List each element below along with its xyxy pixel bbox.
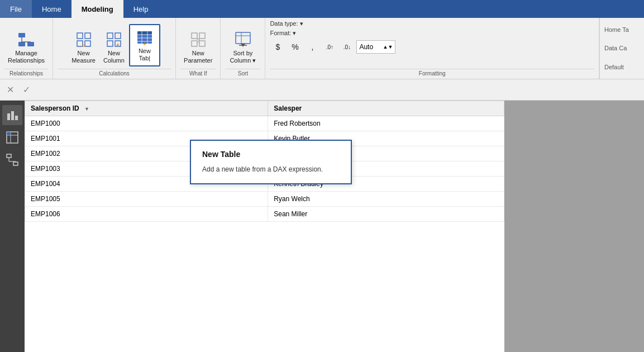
formula-confirm-button[interactable]: ✓: [21, 84, 32, 95]
sidebar-icon-barchart[interactable]: [2, 105, 22, 125]
right-panel: [504, 101, 644, 352]
table-row: EMP1000 Fred Robertson: [25, 116, 504, 131]
default-label: Default: [604, 64, 640, 70]
home-table-label: Home Ta: [604, 26, 640, 33]
sort-by-column-button[interactable]: Sort byColumn ▾: [226, 28, 259, 66]
svg-rect-6: [85, 33, 90, 39]
table-area: Salesperson ID ▼ Salesper EMP1000 Fred R…: [25, 101, 504, 352]
decimal-down-icon: .0↓: [340, 40, 354, 54]
format-label: Format: ▾: [270, 30, 309, 37]
svg-rect-39: [7, 132, 11, 135]
decimal-up-icon: .0↑: [323, 40, 336, 54]
ribbon-tabs: File Home Modeling Help: [0, 0, 644, 18]
manage-relationships-button[interactable]: ManageRelationships: [4, 28, 48, 66]
ribbon-group-relationships: ManageRelationships Relationships: [0, 18, 53, 79]
svg-rect-41: [13, 162, 18, 165]
svg-text:+: +: [116, 42, 120, 48]
data-type-row: Data type: ▾: [270, 20, 594, 27]
percent-icon: %: [288, 40, 302, 54]
format-controls-row: $ % , .0↑ .0↓ Auto ▲▼: [270, 39, 594, 55]
col-header-salesperson[interactable]: Salesper: [268, 101, 504, 116]
auto-dropdown[interactable]: Auto ▲▼: [356, 40, 395, 54]
tooltip-description: Add a new table from a DAX expression.: [202, 164, 340, 174]
cell-id: EMP1006: [25, 207, 268, 222]
new-measure-button[interactable]: fx NewMeasure: [68, 28, 99, 66]
svg-rect-35: [15, 116, 18, 120]
svg-rect-10: [107, 33, 113, 39]
whatif-buttons: ? NewParameter: [180, 20, 216, 68]
formula-input[interactable]: [37, 85, 640, 94]
col-header-salesperson-id[interactable]: Salesperson ID ▼: [25, 101, 268, 116]
new-table-icon: +: [136, 28, 154, 46]
new-parameter-label: NewParameter: [184, 50, 212, 64]
data-type-label: Data type: ▾: [270, 20, 309, 27]
cell-name: Fred Robertson: [268, 116, 504, 131]
svg-rect-11: [115, 33, 121, 39]
svg-rect-24: [199, 33, 205, 39]
percent-button[interactable]: %: [287, 39, 303, 55]
data-ca-label: Data Ca: [604, 45, 640, 51]
sort-group-label: Sort: [225, 69, 260, 79]
whatif-group-label: What If: [180, 69, 216, 79]
svg-rect-34: [11, 111, 14, 120]
formula-cancel-button[interactable]: ✕: [4, 84, 16, 95]
ribbon-group-sort: Sort byColumn ▾ Sort: [221, 18, 265, 79]
sidebar-icon-table[interactable]: [2, 127, 22, 148]
sidebar: [0, 101, 25, 352]
manage-relationships-icon: [17, 31, 35, 49]
new-measure-label: NewMeasure: [71, 50, 96, 64]
tab-help[interactable]: Help: [123, 0, 159, 18]
svg-text:?: ?: [197, 38, 200, 44]
tab-modeling[interactable]: Modeling: [71, 0, 123, 18]
calculations-group-label: Calculations: [58, 69, 171, 79]
svg-text:+: +: [143, 41, 146, 46]
new-measure-icon: fx: [75, 31, 93, 49]
cell-id: EMP1005: [25, 192, 268, 207]
relationships-group-label: Relationships: [4, 69, 48, 79]
svg-rect-12: [107, 41, 113, 46]
comma-icon: ,: [306, 40, 319, 54]
cell-id: EMP1000: [25, 116, 268, 131]
formula-bar: ✕ ✓: [0, 79, 644, 101]
filter-icon-salesperson-id[interactable]: ▼: [84, 106, 89, 112]
new-table-tooltip: New Table Add a new table from a DAX exp…: [190, 140, 352, 184]
ribbon: ManageRelationships Relationships fx New…: [0, 18, 644, 79]
cursor-caret: |: [149, 55, 150, 61]
new-parameter-button[interactable]: ? NewParameter: [180, 28, 216, 66]
tooltip-title: New Table: [202, 150, 340, 159]
new-table-label: NewTab|: [139, 47, 151, 62]
manage-relationships-label: ManageRelationships: [8, 50, 45, 64]
svg-rect-2: [18, 42, 25, 46]
dollar-button[interactable]: $: [270, 39, 285, 55]
table-row: EMP1005 Ryan Welch: [25, 192, 504, 207]
svg-rect-28: [236, 32, 250, 44]
dollar-icon: $: [271, 40, 284, 54]
new-column-button[interactable]: + NewColumn: [100, 28, 128, 66]
svg-rect-1: [27, 42, 34, 46]
sidebar-icon-relationship[interactable]: [2, 150, 22, 170]
relationships-buttons: ManageRelationships: [4, 20, 48, 68]
ribbon-group-calculations: fx NewMeasure + NewColumn: [53, 18, 176, 79]
sort-by-column-label: Sort byColumn ▾: [230, 50, 256, 64]
decimal-up-button[interactable]: .0↑: [322, 39, 337, 55]
svg-rect-0: [18, 33, 25, 37]
ribbon-group-whatif: ? NewParameter What If: [176, 18, 221, 79]
svg-rect-26: [199, 41, 205, 46]
new-table-button[interactable]: + NewTab|: [131, 26, 158, 64]
tab-file[interactable]: File: [0, 0, 32, 18]
main-area: Salesperson ID ▼ Salesper EMP1000 Fred R…: [0, 101, 644, 352]
svg-rect-5: [77, 33, 83, 39]
calculations-buttons: fx NewMeasure + NewColumn: [68, 20, 160, 68]
table-row: EMP1006 Sean Miller: [25, 207, 504, 222]
format-row: Format: ▾: [270, 30, 594, 37]
decimal-down-button[interactable]: .0↓: [339, 39, 355, 55]
formatting-group-label: Formatting: [270, 69, 594, 79]
svg-rect-33: [7, 113, 10, 120]
comma-button[interactable]: ,: [304, 39, 320, 55]
svg-rect-40: [7, 154, 11, 158]
new-parameter-icon: ?: [189, 31, 207, 49]
new-column-icon: +: [105, 31, 123, 49]
tab-home[interactable]: Home: [32, 0, 71, 18]
new-column-label: NewColumn: [103, 50, 125, 64]
sort-by-column-icon: [234, 31, 252, 49]
